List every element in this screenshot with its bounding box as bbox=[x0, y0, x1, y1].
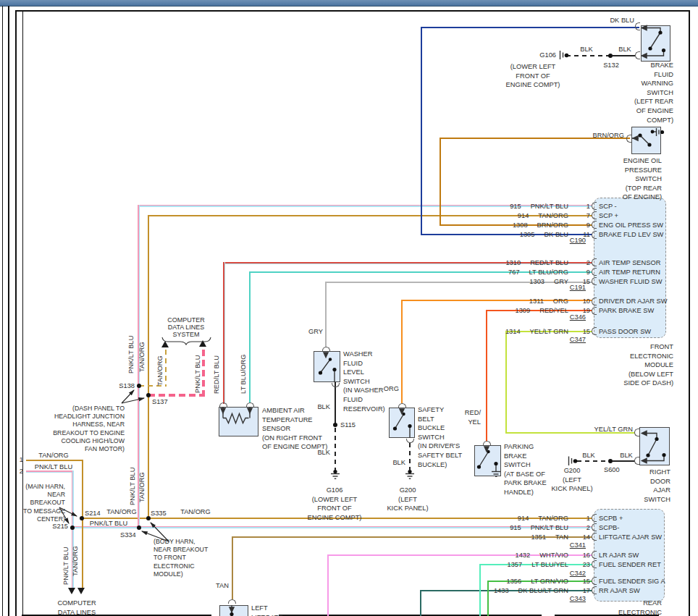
module-pin-function: FUEL SENDER SIG A bbox=[599, 576, 665, 586]
pin-arc bbox=[592, 586, 597, 594]
circuit-number: 1357 bbox=[507, 561, 522, 568]
circuit-number: 1305 bbox=[520, 231, 535, 238]
wire-tan-org-vert bbox=[148, 215, 149, 519]
pin-arc bbox=[592, 577, 597, 585]
pin-arc bbox=[634, 429, 639, 436]
brake-fluid-warning-switch-box bbox=[641, 25, 670, 62]
pin-arc bbox=[592, 307, 597, 315]
data-line-arrow-icon bbox=[77, 588, 85, 594]
wire-label-blk: BLK bbox=[575, 45, 598, 54]
connector-pin-row: 767LT BLU/ORG9 bbox=[440, 267, 597, 277]
pin-arc bbox=[592, 221, 597, 229]
connector-pin-row: 1314YEL/LT GRN15 bbox=[440, 326, 597, 336]
pin-number-1: 1 bbox=[14, 455, 23, 465]
pin-arc bbox=[219, 402, 227, 407]
wire-label-blk: BLK bbox=[578, 451, 600, 460]
pin-arc bbox=[592, 298, 597, 305]
module-pin-function: SCP + bbox=[599, 211, 665, 220]
wire-label-lt-blu-org-vert: LT BLU/ORG bbox=[240, 350, 248, 394]
engine-oil-pressure-switch-box bbox=[631, 127, 661, 155]
rem-c343-pin-rows: 1356LT GRN/VIO151433DK BLU/LT GRN17 bbox=[440, 576, 597, 595]
pin-arc bbox=[592, 202, 597, 210]
frame-right-border bbox=[689, 10, 690, 616]
harness-note-body-harn: (BODY HARN, NEAR BREAKOUT TO FRONT ELECT… bbox=[154, 538, 214, 578]
connector-pin-row: 914TAN/ORG7 bbox=[440, 211, 597, 220]
module-pin-function: WASHER FLUID SW bbox=[599, 277, 665, 286]
pin-number: 9 bbox=[568, 269, 590, 276]
connector-label-c341: C341 bbox=[553, 541, 586, 549]
module-pin-function: SCPB- bbox=[599, 523, 665, 532]
module-pin-function: LR AJAR SW bbox=[599, 550, 665, 560]
circuit-number: 1311 bbox=[529, 298, 544, 305]
wire-label-pnk-vert: PNK/LT BLU bbox=[127, 327, 136, 374]
pin-number: 19 bbox=[568, 307, 590, 314]
wire-pnk-dashed bbox=[148, 394, 205, 397]
wire-dk-blu bbox=[421, 27, 639, 28]
frame-left-inner-border bbox=[22, 10, 23, 616]
module-pin-function: LIFTGATE AJAR SW bbox=[599, 532, 665, 541]
pin-number: 1 bbox=[568, 515, 590, 522]
wire-label-pnk-mid: PNK/LT BLU bbox=[88, 519, 129, 528]
wire-color: LT GRN/VIO bbox=[531, 578, 568, 585]
wire-label-tan-org-in: TAN/ORG bbox=[30, 451, 77, 460]
pin-number: 15 bbox=[568, 278, 590, 285]
wire-blk-dashed-safety bbox=[409, 443, 411, 470]
pin-arc bbox=[592, 231, 597, 239]
wiring-diagram-page: DK BLU G106 BLK BLK S132 (LOWER LEFT FRO… bbox=[0, 0, 698, 616]
splice-label-s115: S115 bbox=[340, 421, 365, 430]
module-pin-function: BRAKE FLD LEV SW bbox=[599, 230, 665, 240]
wire-blk-dashed-washer bbox=[335, 428, 336, 471]
circuit-number: 1303 bbox=[529, 278, 544, 285]
connector-label-c342: C342 bbox=[553, 570, 586, 577]
wire-label-tan-left-vert: TAN/ORG bbox=[72, 539, 80, 576]
wire-color: PNK/LT BLU bbox=[531, 203, 568, 210]
pin-arc bbox=[592, 277, 597, 285]
component-label-brake-fluid-switch: BRAKE FLUID WARNING SWITCH (LEFT REAR OF… bbox=[620, 61, 673, 125]
washer-fluid-level-switch-box bbox=[314, 351, 340, 382]
data-line-arrow-icon bbox=[199, 340, 206, 347]
module-pin-function: ENG OIL PRESS SW bbox=[599, 220, 665, 229]
component-label-engine-oil-switch: ENGINE OIL PRESSURE SWITCH (TOP REAR OF … bbox=[598, 156, 662, 202]
circuit-number: 915 bbox=[510, 203, 521, 210]
splice-s334 bbox=[137, 526, 141, 530]
pin-arc bbox=[246, 402, 254, 407]
ambient-air-temp-sensor-box bbox=[219, 407, 258, 436]
circuit-number: 767 bbox=[508, 269, 520, 276]
circuit-number: 1432 bbox=[516, 552, 531, 559]
pin-number: 14 bbox=[568, 533, 590, 541]
connector-pin-row: 1309RED/YEL19 bbox=[440, 306, 597, 316]
pin-arc bbox=[406, 439, 414, 443]
circuit-number: 1310 bbox=[505, 259, 521, 266]
pin-arc bbox=[322, 347, 330, 351]
connector-label-c347: C347 bbox=[553, 336, 586, 343]
pin-arc bbox=[635, 51, 640, 59]
frame-left-border bbox=[15, 10, 17, 616]
data-line-arrow-icon bbox=[161, 341, 169, 347]
connector-pin-row: 1351TAN14 bbox=[440, 532, 597, 541]
page-edge-line bbox=[8, 6, 9, 616]
wire-label-blk: BLK bbox=[614, 45, 636, 54]
pin-arc bbox=[483, 441, 491, 445]
splice-s215 bbox=[70, 526, 75, 530]
pin-arc bbox=[626, 135, 631, 143]
connector-pin-row: 915PNK/LT BLU2 bbox=[440, 523, 597, 532]
pin-arc bbox=[332, 383, 340, 387]
computer-data-lines-label: COMPUTER DATA LINES bbox=[43, 599, 110, 616]
right-door-ajar-switch-box bbox=[639, 427, 670, 465]
wire-label-pnk-branch: PNK/LT BLU bbox=[194, 350, 203, 393]
wire-yel-lt-grn-vert bbox=[505, 331, 507, 434]
circuit-number: 914 bbox=[518, 212, 529, 219]
component-label-right-door-ajar-switch: RIGHT DOOR AJAR SWITCH bbox=[621, 468, 670, 504]
circuit-number: 914 bbox=[518, 515, 529, 522]
wire-dk-blu-vert bbox=[421, 27, 422, 235]
wire-color: YEL/LT GRN bbox=[530, 328, 568, 335]
ground-location-g106: (LOWER LEFT FRONT OF ENGINE COMPT) bbox=[500, 62, 566, 90]
splice-label-s335: S335 bbox=[151, 509, 175, 518]
component-label-washer-switch: WASHER FLUID LEVEL SWITCH (IN WASHER FLU… bbox=[343, 350, 401, 413]
page-edge-line bbox=[2, 6, 3, 616]
wire-label-blk: BLK bbox=[310, 448, 330, 457]
wire-blk bbox=[613, 55, 635, 56]
pin-arc bbox=[592, 211, 597, 219]
harness-note-main-harn: (MAIN HARN, NEAR BREAKOUT TO MESSAGE CEN… bbox=[12, 483, 65, 523]
rem-c343-functions: FUEL SENDER SIG ARR AJAR SW bbox=[599, 576, 665, 595]
